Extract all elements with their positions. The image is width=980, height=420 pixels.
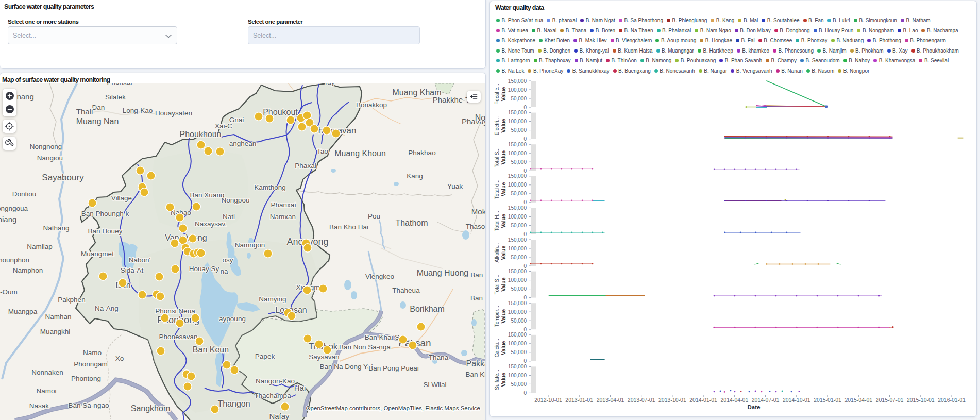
svg-text:Ban Kham: Ban Kham [465, 371, 485, 378]
svg-text:50,000: 50,000 [511, 255, 527, 260]
svg-text:Namngon: Namngon [235, 241, 265, 249]
svg-text:150,000: 150,000 [508, 237, 527, 243]
svg-text:50,000: 50,000 [511, 381, 527, 387]
svg-text:Ban Khai Si: Ban Khai Si [365, 333, 401, 341]
svg-text:Thachampa: Thachampa [254, 392, 291, 399]
svg-text:0: 0 [523, 231, 527, 237]
svg-text:150,000: 150,000 [508, 268, 527, 274]
svg-text:Ban Xuang: Ban Xuang [190, 191, 225, 199]
svg-text:Thasoi: Thasoi [466, 223, 485, 230]
svg-text:150,000: 150,000 [508, 78, 527, 84]
svg-text:Na-Ang: Na-Ang [95, 305, 119, 312]
svg-text:150,000: 150,000 [508, 173, 527, 179]
svg-text:Calciu...: Calciu... [494, 339, 500, 357]
svg-text:50,000: 50,000 [511, 318, 527, 324]
svg-text:Nonghet: Nonghet [475, 113, 485, 122]
svg-text:Phanxai: Phanxai [271, 201, 296, 209]
svg-text:50,000: 50,000 [511, 159, 527, 165]
svg-text:Xo: Xo [115, 355, 124, 362]
svg-text:OpenStreetMap contributors, Op: OpenStreetMap contributors, OpenMapTiles… [306, 405, 480, 411]
svg-text:Phoukhoun: Phoukhoun [180, 130, 222, 139]
svg-text:Thangon: Thangon [217, 399, 250, 408]
svg-text:2013-01-01: 2013-01-01 [565, 397, 593, 403]
svg-text:Total d...: Total d... [494, 179, 500, 199]
svg-text:Namphon: Namphon [13, 266, 43, 274]
svg-text:100,000: 100,000 [508, 214, 527, 220]
svg-text:Sayaboury: Sayaboury [42, 173, 84, 182]
svg-text:0: 0 [523, 168, 527, 174]
svg-text:Ban Non Sa-nga: Ban Non Sa-nga [339, 343, 391, 351]
svg-text:Pakkadi: Pakkadi [466, 359, 485, 368]
svg-text:Sangkhom: Sangkhom [131, 404, 171, 413]
svg-text:2014-10-01: 2014-10-01 [783, 397, 810, 403]
svg-text:Ban Pong Pueai: Ban Pong Pueai [368, 364, 419, 372]
svg-text:Ban Houey: Ban Houey [88, 227, 123, 235]
svg-text:Value: Value [500, 246, 506, 260]
svg-text:2015-10-01: 2015-10-01 [907, 397, 935, 403]
svg-text:2015-01-01: 2015-01-01 [814, 397, 841, 403]
svg-text:Thathom: Thathom [395, 219, 428, 227]
svg-text:a-Oum: a-Oum [0, 288, 18, 296]
svg-text:Muang Khoun: Muang Khoun [334, 149, 386, 158]
svg-text:Pakphen: Pakphen [58, 296, 85, 304]
svg-text:Phonngam: Phonngam [74, 360, 107, 368]
svg-text:Nangiou: Nangiou [37, 154, 63, 162]
svg-text:Viengkeo: Viengkeo [365, 273, 394, 280]
svg-text:Mok: Mok [471, 207, 485, 216]
svg-text:100,000: 100,000 [508, 119, 527, 124]
svg-text:Pou: Pou [368, 212, 380, 220]
svg-text:anghean: anghean [229, 140, 257, 147]
svg-text:100,000: 100,000 [508, 150, 527, 156]
svg-text:Nathang: Nathang [43, 224, 69, 232]
svg-text:Muang Nan: Muang Nan [76, 117, 119, 126]
svg-text:0: 0 [523, 390, 527, 396]
svg-text:Nati: Nati [223, 213, 235, 221]
svg-text:Thana: Thana [429, 354, 449, 361]
svg-text:Phaxai: Phaxai [295, 162, 316, 170]
svg-text:50,000: 50,000 [511, 191, 527, 196]
svg-text:Ban Keun: Ban Keun [193, 345, 229, 354]
svg-text:Hai: Hai [294, 383, 306, 392]
svg-text:2014-07-01: 2014-07-01 [752, 397, 780, 403]
svg-text:Date: Date [748, 404, 761, 410]
svg-text:Muang Huong: Muang Huong [417, 268, 469, 277]
svg-text:0: 0 [523, 263, 527, 269]
svg-text:Thaheua: Thaheua [392, 287, 420, 294]
svg-text:50,000: 50,000 [511, 127, 527, 133]
svg-text:150,000: 150,000 [508, 332, 527, 338]
svg-text:Total S...: Total S... [494, 275, 500, 295]
svg-text:Value: Value [500, 341, 506, 355]
svg-text:Xai-C: Xai-C [215, 122, 232, 130]
svg-text:na: na [220, 267, 228, 275]
svg-text:150,000: 150,000 [508, 300, 527, 306]
svg-text:Kamthong: Kamthong [254, 183, 286, 191]
svg-text:Value: Value [500, 277, 506, 292]
svg-text:Nonnaken: Nonnaken [31, 368, 63, 376]
svg-text:Ban Phoungh k: Ban Phoungh k [81, 210, 129, 217]
svg-text:50,000: 50,000 [511, 286, 527, 292]
svg-text:50,000: 50,000 [511, 349, 527, 355]
svg-text:Sulfate...: Sulfate... [494, 369, 500, 390]
svg-text:Value: Value [500, 309, 506, 324]
svg-text:Total H...: Total H... [494, 211, 500, 231]
svg-text:Namo: Namo [83, 349, 102, 357]
svg-text:Ban Pot: Ban Pot [470, 294, 485, 302]
svg-text:Phonsi Neua: Phonsi Neua [155, 307, 195, 315]
svg-text:Yuak: Yuak [447, 182, 463, 190]
svg-text:Houaysaten: Houaysaten [155, 109, 192, 117]
svg-text:0: 0 [523, 199, 527, 205]
svg-text:2016-01-01: 2016-01-01 [938, 397, 966, 403]
svg-text:0: 0 [523, 295, 527, 300]
svg-text:Namoi: Namoi [36, 387, 56, 395]
svg-text:Namxan: Namxan [270, 213, 296, 221]
svg-text:Bonakkop: Bonakkop [356, 101, 387, 109]
svg-text:Nabon': Nabon' [129, 256, 150, 264]
svg-text:Fecal c...: Fecal c... [494, 83, 500, 105]
svg-text:Borikham: Borikham [410, 305, 445, 313]
svg-text:Dan: Dan [92, 104, 105, 111]
svg-text:Muangkhi: Muangkhi [40, 328, 71, 335]
svg-text:Temper...: Temper... [494, 306, 500, 327]
svg-text:Si Wilai: Si Wilai [423, 381, 446, 389]
svg-text:Phonesavan: Phonesavan [159, 333, 197, 341]
svg-text:hounphon: hounphon [0, 256, 29, 264]
